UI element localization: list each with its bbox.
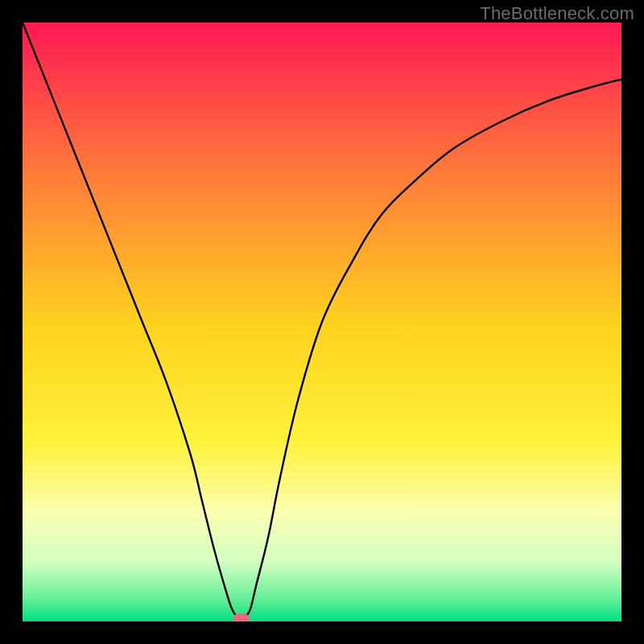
current-point-marker bbox=[233, 613, 249, 621]
chart-frame bbox=[23, 23, 621, 621]
watermark-text: TheBottleneck.com bbox=[480, 3, 634, 24]
chart-canvas bbox=[23, 23, 621, 621]
